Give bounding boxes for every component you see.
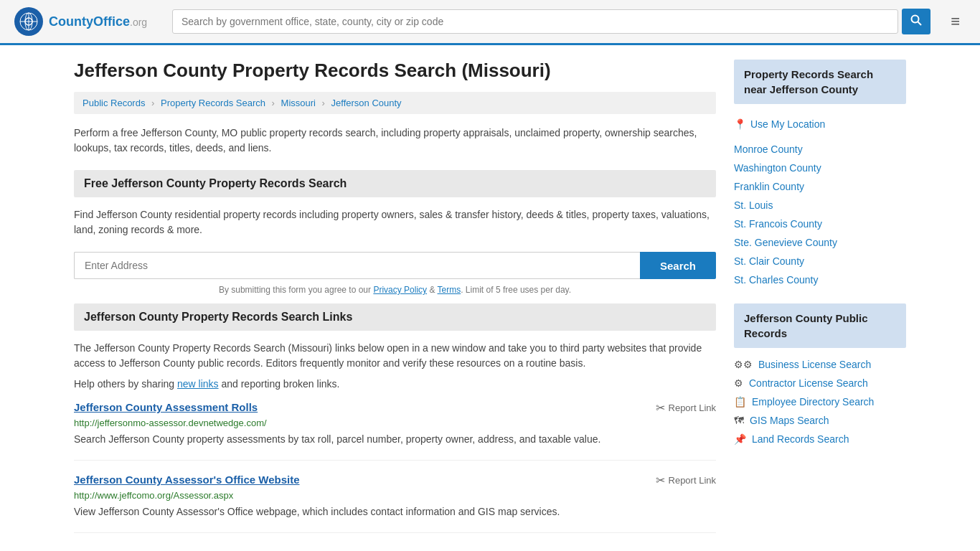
search-button[interactable]: Search [640,252,716,279]
nearby-county-1[interactable]: Washington County [734,159,906,177]
report-icon-2: ✂ [656,474,665,487]
use-my-location-link[interactable]: Use My Location [750,115,825,133]
breadcrumb-public-records[interactable]: Public Records [83,98,145,108]
links-section-heading: Jefferson County Property Records Search… [74,303,716,331]
employee-directory-icon: 📋 [734,396,746,408]
links-section-description: The Jefferson County Property Records Se… [74,341,716,371]
report-label-1: Report Link [669,402,716,413]
header-search-button[interactable] [902,9,930,34]
address-input[interactable] [74,252,640,279]
report-label-2: Report Link [669,475,716,486]
main-container: Jefferson County Property Records Search… [60,45,920,551]
site-header: CountyOffice.org ≡ [0,0,980,45]
business-license-icon: ⚙⚙ [734,359,753,370]
contractor-license-link[interactable]: Contractor License Search [749,377,868,389]
logo-area: CountyOffice.org [14,7,158,36]
content-area: Jefferson County Property Records Search… [74,60,716,546]
breadcrumb: Public Records › Property Records Search… [74,92,716,114]
link-url-1: http://jeffersonmo-assessor.devnetwedge.… [74,418,716,428]
link-desc-1: Search Jefferson County property assessm… [74,432,716,447]
gis-maps-icon: 🗺 [734,415,744,426]
terms-link[interactable]: Terms [438,285,461,295]
public-record-item-0[interactable]: ⚙⚙ Business License Search [734,355,906,374]
public-record-item-2[interactable]: 📋 Employee Directory Search [734,392,906,411]
new-links-link[interactable]: new links [177,378,219,390]
logo-text: CountyOffice.org [49,14,147,29]
form-note: By submitting this form you agree to our… [74,285,716,295]
breadcrumb-missouri[interactable]: Missouri [281,98,316,108]
nearby-title: Property Records Search near Jefferson C… [734,60,906,104]
nearby-county-3[interactable]: St. Louis [734,196,906,215]
nearby-section: Property Records Search near Jefferson C… [734,60,906,289]
nearby-county-4[interactable]: St. Francois County [734,215,906,233]
report-link-1[interactable]: ✂ Report Link [656,401,716,415]
page-title: Jefferson County Property Records Search… [74,60,716,82]
nearby-county-5[interactable]: Ste. Genevieve County [734,233,906,252]
free-search-heading: Free Jefferson County Property Records S… [74,170,716,197]
location-pin-icon: 📍 [734,118,746,130]
public-record-item-1[interactable]: ⚙ Contractor License Search [734,374,906,392]
use-my-location[interactable]: 📍 Use My Location [734,111,906,137]
link-title-assessment-rolls[interactable]: Jefferson County Assessment Rolls [74,401,258,413]
nearby-county-2[interactable]: Franklin County [734,177,906,196]
report-link-2[interactable]: ✂ Report Link [656,474,716,487]
business-license-link[interactable]: Business License Search [758,359,871,370]
employee-directory-link[interactable]: Employee Directory Search [752,396,874,408]
page-description: Perform a free Jefferson County, MO publ… [74,126,716,156]
svg-point-5 [912,16,919,23]
address-search-form: Search By submitting this form you agree… [74,252,716,295]
contractor-license-icon: ⚙ [734,377,743,389]
public-records-title: Jefferson County Public Records [734,303,906,348]
nearby-county-0[interactable]: Monroe County [734,140,906,159]
link-title-assessors-office[interactable]: Jefferson County Assessor's Office Websi… [74,474,300,486]
breadcrumb-property-records[interactable]: Property Records Search [161,98,265,108]
link-desc-2: View Jefferson County Assessor's Office … [74,504,716,519]
header-search-container [172,9,930,34]
breadcrumb-jefferson-county[interactable]: Jefferson County [331,98,402,108]
free-search-description: Find Jefferson County residential proper… [74,207,716,237]
privacy-policy-link[interactable]: Privacy Policy [373,285,427,295]
gis-maps-link[interactable]: GIS Maps Search [750,415,829,426]
link-url-2: http://www.jeffcomo.org/Assessor.aspx [74,490,716,501]
land-records-link[interactable]: Land Records Search [752,433,849,445]
sidebar: Property Records Search near Jefferson C… [734,60,906,546]
header-search-input[interactable] [172,9,898,34]
land-records-icon: 📌 [734,433,746,445]
report-icon: ✂ [656,401,665,415]
public-record-item-3[interactable]: 🗺 GIS Maps Search [734,411,906,430]
nearby-county-6[interactable]: St. Clair County [734,252,906,270]
link-item: Jefferson County Assessment Rolls ✂ Repo… [74,401,716,461]
svg-line-6 [918,22,922,26]
logo-icon [14,7,43,36]
share-line: Help others by sharing new links and rep… [74,378,716,390]
link-item: Jefferson County Assessor's Office Websi… [74,474,716,533]
public-records-section: Jefferson County Public Records ⚙⚙ Busin… [734,303,906,448]
menu-icon[interactable]: ≡ [945,9,966,34]
nearby-county-7[interactable]: St. Charles County [734,270,906,289]
public-record-item-4[interactable]: 📌 Land Records Search [734,430,906,448]
